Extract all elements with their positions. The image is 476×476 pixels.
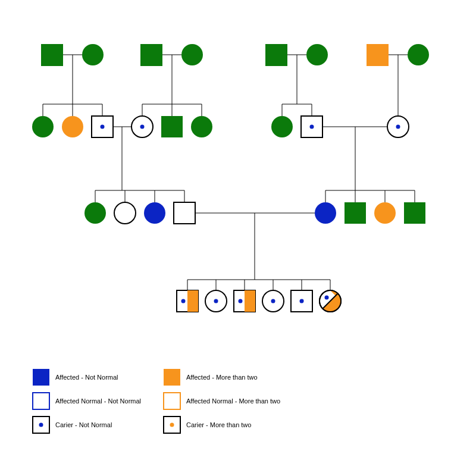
svg-point-24 — [101, 125, 105, 129]
legend-label: Affected Normal - More than two — [186, 397, 280, 405]
svg-rect-95 — [164, 369, 180, 386]
svg-point-81 — [271, 299, 275, 303]
svg-point-74 — [181, 299, 186, 303]
svg-rect-63 — [404, 202, 425, 224]
gen3-sibship-right — [315, 178, 425, 224]
svg-rect-96 — [164, 393, 180, 409]
svg-point-38 — [271, 116, 293, 137]
gen1-couple-b — [140, 44, 203, 95]
gen2-sibship-a — [32, 95, 113, 137]
svg-point-94 — [39, 423, 43, 427]
svg-point-50 — [84, 202, 106, 224]
pedigree-chart: Affected - Not Normal Affected Normal - … — [0, 0, 476, 476]
legend: Affected - Not Normal Affected Normal - … — [33, 369, 280, 433]
legend-label: Carier - Not Normal — [55, 421, 112, 428]
svg-point-79 — [239, 299, 243, 303]
svg-rect-78 — [245, 290, 255, 312]
svg-rect-61 — [345, 202, 366, 224]
svg-point-13 — [408, 44, 429, 65]
svg-rect-92 — [33, 393, 49, 409]
svg-point-52 — [144, 202, 165, 224]
legend-label: Affected - Not Normal — [55, 374, 118, 381]
svg-rect-0 — [41, 44, 63, 66]
svg-point-5 — [181, 44, 203, 65]
svg-point-62 — [374, 202, 396, 224]
svg-point-33 — [191, 116, 212, 137]
svg-rect-53 — [174, 202, 195, 224]
gen2-sibship-c — [271, 95, 322, 137]
legend-label: Affected - More than two — [186, 374, 258, 381]
svg-point-98 — [170, 423, 174, 427]
svg-point-51 — [114, 202, 136, 224]
svg-rect-73 — [187, 290, 198, 312]
gen1-couple-d — [367, 44, 429, 95]
svg-point-31 — [140, 125, 145, 129]
svg-rect-4 — [140, 44, 162, 66]
gen4-sibship — [177, 268, 341, 312]
svg-point-1 — [82, 44, 104, 65]
svg-point-9 — [306, 44, 328, 65]
svg-point-21 — [32, 116, 54, 137]
svg-point-43 — [396, 125, 400, 129]
gen1-couple-c — [265, 44, 328, 95]
svg-rect-32 — [161, 116, 183, 137]
svg-rect-8 — [265, 44, 287, 66]
svg-point-22 — [62, 116, 83, 137]
svg-point-60 — [315, 202, 336, 224]
svg-rect-12 — [367, 44, 389, 66]
gen3-sibship-left — [84, 178, 195, 224]
svg-point-83 — [300, 299, 304, 303]
svg-point-40 — [310, 125, 314, 129]
gen1-couple-a — [41, 44, 104, 95]
gen2-sibship-d — [387, 95, 409, 137]
legend-label: Affected Normal - Not Normal — [55, 397, 141, 405]
svg-point-90 — [325, 296, 329, 300]
gen2-sibship-b — [131, 95, 212, 137]
svg-point-76 — [214, 299, 218, 303]
svg-rect-91 — [33, 369, 49, 386]
legend-label: Carier - More than two — [186, 421, 251, 428]
